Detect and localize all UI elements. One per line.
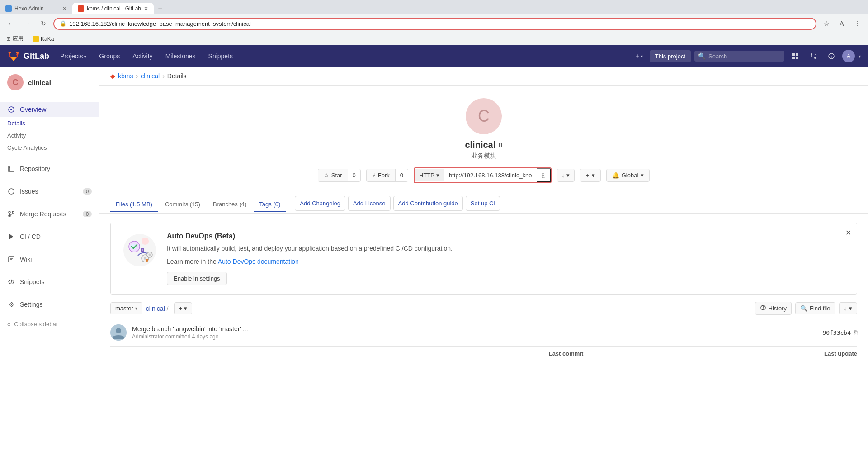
tab-gitlab-close[interactable]: ✕ bbox=[144, 5, 148, 12]
merge-requests-nav-icon[interactable] bbox=[806, 49, 821, 63]
avatar-arrow[interactable]: ▾ bbox=[859, 54, 861, 59]
settings-icon: ⚙ bbox=[7, 300, 15, 309]
search-wrap: 🔍 bbox=[694, 51, 784, 62]
commit-time: committed 4 days ago bbox=[165, 333, 218, 340]
commit-sha-wrap: 90f33cb4 ⎘ bbox=[822, 329, 857, 336]
sidebar-sub-item-cycle-analytics[interactable]: Cycle Analytics bbox=[0, 142, 99, 154]
translate-button[interactable]: A bbox=[835, 17, 848, 30]
nav-projects[interactable]: Projects bbox=[55, 49, 92, 63]
svg-rect-24 bbox=[142, 249, 143, 251]
bookmark-kaka[interactable]: KaKa bbox=[31, 35, 56, 43]
repo-tabs: Files (1.5 MB) Commits (15) Branches (4)… bbox=[99, 190, 868, 214]
breadcrumb-clinical[interactable]: clinical bbox=[141, 72, 160, 80]
clone-protocol-selector[interactable]: HTTP ▾ bbox=[415, 169, 444, 181]
find-file-button[interactable]: 🔍 Find file bbox=[795, 302, 835, 314]
sidebar-item-merge-requests[interactable]: Merge Requests 0 bbox=[0, 206, 99, 222]
more-options-button[interactable]: ⋮ bbox=[851, 17, 863, 30]
issues-sidebar-icon bbox=[7, 187, 15, 195]
sidebar-item-overview[interactable]: Overview bbox=[0, 102, 99, 117]
col-last-commit: Last commit bbox=[338, 350, 794, 357]
fork-label: Fork bbox=[378, 172, 390, 179]
sidebar-item-issues[interactable]: Issues 0 bbox=[0, 184, 99, 199]
sidebar-item-wiki[interactable]: Wiki bbox=[0, 252, 99, 267]
tab-tags[interactable]: Tags (0) bbox=[254, 197, 286, 212]
sidebar-item-cicd[interactable]: CI / CD bbox=[0, 229, 99, 244]
add-changelog-link[interactable]: Add Changelog bbox=[295, 196, 345, 211]
clone-copy-button[interactable]: ⎘ bbox=[537, 168, 551, 182]
sidebar-sub-item-activity[interactable]: Activity bbox=[0, 129, 99, 142]
history-icon bbox=[760, 304, 766, 312]
mr-icon bbox=[810, 52, 817, 60]
bookmark-star-button[interactable]: ☆ bbox=[820, 17, 833, 30]
nav-new-button[interactable]: ＋ ▾ bbox=[632, 49, 646, 63]
reload-button[interactable]: ↻ bbox=[37, 17, 50, 30]
tab-branches[interactable]: Branches (4) bbox=[208, 197, 252, 212]
sidebar-wiki-label: Wiki bbox=[20, 256, 32, 263]
tab-hexo-close[interactable]: ✕ bbox=[62, 5, 67, 12]
collapse-sidebar-button[interactable]: « Collapse sidebar bbox=[0, 316, 99, 332]
devops-close-button[interactable]: ✕ bbox=[845, 228, 851, 237]
devops-learn-more-link[interactable]: Auto DevOps documentation bbox=[218, 258, 299, 265]
history-button[interactable]: History bbox=[755, 302, 792, 315]
nav-snippets[interactable]: Snippets bbox=[203, 49, 238, 63]
this-project-button[interactable]: This project bbox=[650, 50, 691, 62]
tab-gitlab[interactable]: kbms / clinical · GitLab ✕ bbox=[72, 3, 154, 14]
setup-ci-link[interactable]: Set up CI bbox=[466, 196, 500, 211]
bookmark-apps[interactable]: ⊞ 应用 bbox=[5, 34, 25, 43]
download-icon: ↓ bbox=[562, 172, 565, 179]
tab-files[interactable]: Files (1.5 MB) bbox=[110, 197, 158, 212]
sidebar-sub-item-details[interactable]: Details bbox=[0, 117, 99, 129]
sidebar-item-repository[interactable]: Repository bbox=[0, 161, 99, 176]
secure-icon: 🔒 bbox=[60, 20, 66, 27]
user-avatar[interactable]: A bbox=[842, 50, 855, 62]
notification-label: Global bbox=[622, 172, 639, 179]
apps-label: 应用 bbox=[13, 35, 24, 43]
gitlab-navbar: GitLab Projects Groups Activity Mileston… bbox=[0, 45, 868, 67]
tab-gitlab-favicon bbox=[78, 5, 84, 12]
notification-button[interactable]: 🔔 Global ▾ bbox=[607, 169, 650, 181]
issues-nav-icon[interactable]: i bbox=[824, 49, 839, 63]
wiki-icon bbox=[7, 255, 15, 263]
tab-commits[interactable]: Commits (15) bbox=[160, 197, 206, 212]
tab-hexo-favicon bbox=[5, 5, 12, 12]
forward-button[interactable]: → bbox=[21, 17, 33, 30]
nav-groups[interactable]: Groups bbox=[94, 49, 125, 63]
gitlab-text: GitLab bbox=[24, 52, 49, 61]
tab-hexo[interactable]: Hexo Admin ✕ bbox=[0, 3, 72, 14]
new-tab-button[interactable]: + bbox=[154, 2, 166, 14]
path-actions: + ▾ bbox=[174, 302, 193, 314]
nav-milestones[interactable]: Milestones bbox=[160, 49, 201, 63]
sidebar-item-settings[interactable]: ⚙ Settings bbox=[0, 297, 99, 312]
devops-enable-button[interactable]: Enable in settings bbox=[167, 272, 227, 285]
sidebar-section-merge-requests: Merge Requests 0 bbox=[0, 203, 99, 225]
svg-point-28 bbox=[116, 328, 121, 333]
fork-button[interactable]: ⑂ Fork bbox=[367, 169, 395, 181]
clone-bar: HTTP ▾ http://192.168.16.138/clinic_kno … bbox=[414, 167, 552, 183]
search-input[interactable] bbox=[708, 53, 781, 60]
svg-text:i: i bbox=[831, 54, 832, 59]
path-root-link[interactable]: clinical bbox=[146, 305, 165, 312]
download-zip-button[interactable]: ↓ ▾ bbox=[839, 302, 858, 314]
new-file-button[interactable]: + ▾ bbox=[580, 169, 600, 181]
sidebar-item-snippets[interactable]: Snippets bbox=[0, 274, 99, 290]
download-button[interactable]: ↓ ▾ bbox=[557, 169, 575, 181]
url-bar[interactable] bbox=[69, 20, 810, 27]
breadcrumb-kbms[interactable]: kbms bbox=[118, 72, 133, 80]
breadcrumb: ◆ kbms › clinical › Details bbox=[99, 67, 868, 86]
devops-banner: ✕ bbox=[110, 223, 857, 295]
add-license-link[interactable]: Add License bbox=[348, 196, 391, 211]
sidebar-section-snippets: Snippets bbox=[0, 271, 99, 293]
gitlab-logo[interactable]: GitLab bbox=[7, 50, 49, 62]
layout-icon-button[interactable] bbox=[788, 49, 802, 63]
branch-selector[interactable]: master ▾ bbox=[110, 302, 142, 314]
nav-activity[interactable]: Activity bbox=[127, 49, 158, 63]
add-contribution-link[interactable]: Add Contribution guide bbox=[393, 196, 463, 211]
commit-message: Merge branch 'tangweibin' into 'master' … bbox=[132, 325, 817, 333]
star-button[interactable]: ☆ Star bbox=[318, 169, 348, 181]
back-button[interactable]: ← bbox=[5, 17, 17, 30]
page-body: C clinical Overview Details Activity Cyc… bbox=[0, 67, 868, 466]
add-file-button[interactable]: + ▾ bbox=[174, 302, 193, 314]
gitlab-logo-icon bbox=[7, 50, 20, 62]
commit-copy-button[interactable]: ⎘ bbox=[854, 329, 857, 336]
plus-arrow: ▾ bbox=[641, 54, 643, 59]
